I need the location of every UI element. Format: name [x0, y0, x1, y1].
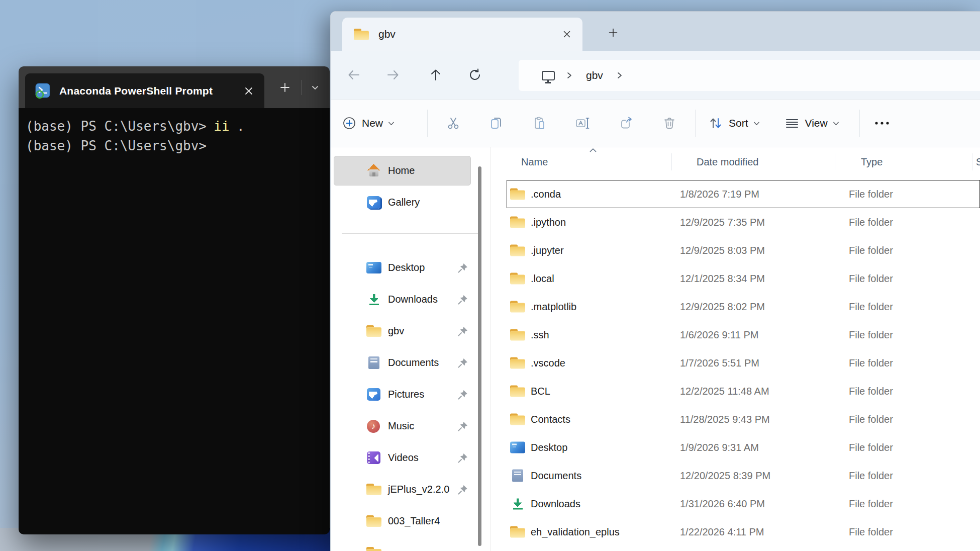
folder-icon	[510, 272, 526, 286]
delete-button[interactable]	[648, 116, 691, 130]
file-list-pane: Name Date modified Type Size .conda 1/8/…	[491, 147, 980, 551]
file-date-modified: 12/1/2025 8:34 PM	[680, 273, 765, 285]
terminal-tab-close-icon[interactable]	[244, 86, 253, 96]
file-name: .ipython	[531, 217, 566, 228]
downloads-icon	[366, 293, 382, 306]
trash-icon	[662, 116, 676, 130]
folder-icon	[366, 514, 382, 528]
share-button[interactable]	[605, 116, 648, 130]
file-type: File folder	[849, 301, 893, 313]
sidebar-item-videos[interactable]: Videos	[331, 442, 490, 474]
terminal-line: (base) PS C:\Users\gbv>	[26, 136, 330, 156]
file-name: .local	[531, 273, 554, 285]
documents-icon	[510, 469, 526, 483]
sidebar-scrollbar[interactable]	[478, 166, 481, 546]
explorer-tab-gbv[interactable]: gbv	[342, 18, 582, 51]
file-explorer-window: gbv	[330, 11, 980, 551]
sidebar-item-label: gbv	[388, 325, 404, 337]
file-name: BCL	[531, 386, 550, 397]
file-row-ipython[interactable]: .ipython 12/9/2025 7:35 PM File folder	[491, 208, 980, 236]
file-name: Contacts	[531, 414, 570, 425]
terminal-new-tab-button[interactable]	[276, 78, 294, 97]
file-date-modified: 12/9/2025 8:03 PM	[680, 245, 765, 256]
file-row-ssh[interactable]: .ssh 1/6/2026 9:11 PM File folder	[491, 321, 980, 349]
file-row-vscode[interactable]: .vscode 1/7/2026 5:51 PM File folder	[491, 349, 980, 377]
breadcrumb-gbv[interactable]: gbv	[586, 69, 603, 81]
documents-icon	[366, 356, 382, 370]
sidebar-item-gallery[interactable]: Gallery	[331, 187, 490, 218]
terminal-tab[interactable]: Anaconda PowerShell Prompt	[25, 73, 264, 108]
sidebar-item-music[interactable]: Music	[331, 410, 490, 442]
sidebar-item-jeplus-v2-2-0[interactable]: jEPlus_v2.2.0	[331, 474, 490, 505]
sidebar-item-label: Gallery	[388, 197, 420, 208]
sidebar-item-documents[interactable]: Documents	[331, 347, 490, 379]
rename-icon	[575, 116, 591, 130]
pin-icon	[457, 262, 469, 274]
pictures-icon	[366, 388, 382, 401]
home-icon	[366, 164, 382, 177]
sidebar-item-pictures[interactable]: Pictures	[331, 379, 490, 410]
file-row-documents[interactable]: Documents 12/20/2025 8:39 PM File folder	[491, 462, 980, 490]
paste-button[interactable]	[518, 116, 561, 130]
pin-icon	[457, 294, 469, 306]
rename-button[interactable]	[561, 116, 605, 130]
sidebar-item-home[interactable]: Home	[331, 155, 490, 187]
file-row-bcl[interactable]: BCL 12/2/2025 11:48 AM File folder	[491, 377, 980, 405]
folder-icon	[510, 328, 526, 342]
sort-button[interactable]: Sort	[709, 116, 760, 130]
view-button[interactable]: View	[785, 116, 839, 130]
column-header-name[interactable]: Name	[521, 156, 548, 168]
cut-button[interactable]	[432, 116, 475, 130]
file-name: .vscode	[531, 357, 565, 369]
terminal-tab-dropdown-icon[interactable]	[306, 78, 324, 97]
folder-icon	[510, 244, 526, 257]
file-row-matplotlib[interactable]: .matplotlib 12/9/2025 8:02 PM File folde…	[491, 293, 980, 321]
music-icon	[366, 419, 382, 433]
folder-icon	[510, 525, 526, 539]
file-date-modified: 1/8/2026 7:19 PM	[680, 189, 759, 200]
see-more-button[interactable]	[860, 121, 904, 125]
new-button[interactable]: New	[343, 117, 427, 130]
file-row-local[interactable]: .local 12/1/2025 8:34 PM File folder	[491, 264, 980, 293]
file-date-modified: 12/9/2025 8:02 PM	[680, 301, 765, 313]
column-header-size[interactable]: Size	[976, 156, 980, 168]
file-type: File folder	[849, 217, 893, 228]
sidebar-item-desktop[interactable]: Desktop	[331, 252, 490, 284]
copy-button[interactable]	[475, 116, 518, 130]
sidebar-item-downloads[interactable]: Downloads	[331, 284, 490, 315]
sidebar-item-003-taller4[interactable]: 003_Taller4	[331, 505, 490, 537]
column-header-type[interactable]: Type	[861, 156, 883, 168]
command-bar: New	[331, 99, 980, 147]
up-button[interactable]	[425, 64, 447, 86]
back-button[interactable]	[343, 64, 365, 86]
breadcrumb-chevron-icon[interactable]	[616, 72, 623, 79]
file-row-conda[interactable]: .conda 1/8/2026 7:19 PM File folder	[491, 180, 980, 208]
breadcrumb-chevron-icon[interactable]	[566, 72, 573, 79]
terminal-output[interactable]: (base) PS C:\Users\gbv>ii. (base) PS C:\…	[19, 108, 330, 534]
sidebar-item-gbv[interactable]: gbv	[331, 315, 490, 347]
this-pc-icon[interactable]	[542, 71, 555, 80]
forward-button[interactable]	[382, 64, 404, 86]
file-row-contacts[interactable]: Contacts 11/28/2025 9:43 PM File folder	[491, 405, 980, 433]
folder-icon	[510, 385, 526, 398]
file-row-desktop[interactable]: Desktop 1/9/2026 9:31 AM File folder	[491, 433, 980, 462]
file-type: File folder	[849, 189, 893, 200]
view-lines-icon	[785, 116, 799, 130]
address-bar[interactable]: gbv	[519, 60, 980, 91]
tab-close-icon[interactable]	[562, 30, 571, 39]
folder-icon	[510, 356, 526, 370]
terminal-titlebar[interactable]: Anaconda PowerShell Prompt	[19, 66, 330, 108]
column-header-date-modified[interactable]: Date modified	[697, 156, 758, 168]
file-date-modified: 1/9/2026 9:31 AM	[680, 442, 759, 453]
file-row-eh-validation-eplus[interactable]: eh_validation_eplus 1/22/2026 4:11 PM Fi…	[491, 518, 980, 546]
file-row-jupyter[interactable]: .jupyter 12/9/2025 8:03 PM File folder	[491, 236, 980, 264]
sidebar-item[interactable]	[331, 537, 490, 551]
new-tab-button[interactable]	[602, 23, 624, 43]
copy-icon	[489, 116, 504, 130]
file-row-downloads[interactable]: Downloads 1/31/2026 6:40 PM File folder	[491, 490, 980, 518]
file-type: File folder	[849, 386, 893, 397]
refresh-button[interactable]	[464, 64, 486, 86]
explorer-tabbar: gbv	[331, 12, 980, 51]
file-name: Desktop	[531, 442, 567, 453]
file-name: .ssh	[531, 329, 549, 341]
